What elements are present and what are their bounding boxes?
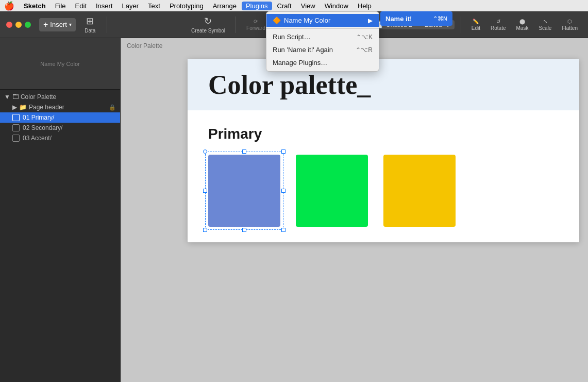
forward-label: Forward xyxy=(246,25,265,31)
rotate-label: Rotate xyxy=(491,25,506,31)
mask-label: Mask xyxy=(516,25,529,31)
handle-ml[interactable] xyxy=(203,189,207,193)
menu-prototyping[interactable]: Prototyping xyxy=(165,2,208,10)
artboard: Color palette_ Primary xyxy=(188,59,579,242)
layer-item-primary[interactable]: 01 Primary/ xyxy=(0,112,120,123)
layer-item-accent[interactable]: 03 Accent/ xyxy=(0,133,120,143)
menu-layer[interactable]: Layer xyxy=(118,2,143,10)
submenu-arrow-icon: ▶ xyxy=(368,17,373,24)
menu-item-run-script[interactable]: Run Script… ⌃⌥K xyxy=(266,30,379,43)
menu-view[interactable]: View xyxy=(297,2,320,10)
toolbar-divider-3 xyxy=(461,16,461,33)
handle-tm[interactable] xyxy=(242,150,246,154)
data-icon: ⊞ xyxy=(86,15,94,27)
mask-button[interactable]: ⬤ Mask xyxy=(512,16,533,33)
edit-button[interactable]: ✏️ Edit xyxy=(467,16,484,33)
layer-tree-root[interactable]: ▼ 🗔 Color Palette xyxy=(0,92,120,102)
rotate-button[interactable]: ↺ Rotate xyxy=(486,16,510,33)
chevron-down-icon: ▾ xyxy=(69,22,72,27)
swatch-wrapper-yellow[interactable] xyxy=(383,155,456,227)
symbol-icon: ↻ xyxy=(204,15,212,27)
toolbar-divider-2 xyxy=(236,16,236,33)
name-it-button[interactable]: Name it! ⌃⌘N xyxy=(380,11,452,26)
menu-sketch[interactable]: Sketch xyxy=(20,2,50,10)
create-symbol-button[interactable]: ↻ Create Symbol xyxy=(187,13,229,36)
swatch-wrapper-green[interactable] xyxy=(296,155,368,227)
edit-label: Edit xyxy=(472,25,480,31)
lock-icon: 🔒 xyxy=(109,104,116,111)
close-button[interactable] xyxy=(6,22,12,28)
layer-item-secondary-label: 02 Secondary/ xyxy=(23,124,62,131)
collapse-icon: ▼ xyxy=(4,93,10,101)
insert-label: Insert xyxy=(50,21,67,28)
layer-item-accent-label: 03 Accent/ xyxy=(23,135,52,142)
menu-item-name-my-color-label: Name My Color xyxy=(284,16,330,24)
create-symbol-label: Create Symbol xyxy=(191,28,225,34)
minimize-button[interactable] xyxy=(15,22,22,28)
menu-text[interactable]: Text xyxy=(144,2,164,10)
manage-plugins-label: Manage Plugins… xyxy=(273,59,327,67)
swatch-wrapper-blue[interactable] xyxy=(208,155,280,227)
canvas-icon: 🗔 xyxy=(12,93,19,101)
main-layout: Name My Color ▼ 🗔 Color Palette ▶ 📁 Page… xyxy=(0,38,588,382)
menu-window[interactable]: Window xyxy=(321,2,352,10)
data-button[interactable]: ⊞ Data xyxy=(80,13,100,36)
apple-menu-icon[interactable]: 🍎 xyxy=(4,1,14,11)
handle-br[interactable] xyxy=(281,228,285,232)
scale-button[interactable]: ⤡ Scale xyxy=(534,16,556,33)
maximize-button[interactable] xyxy=(25,22,31,28)
menu-edit[interactable]: Edit xyxy=(71,2,91,10)
insert-button[interactable]: + Insert ▾ xyxy=(39,18,76,31)
frame-icon xyxy=(12,114,20,121)
menu-arrange[interactable]: Arrange xyxy=(209,2,241,10)
layer-item-secondary[interactable]: 02 Secondary/ xyxy=(0,123,120,133)
edit-icon: ✏️ xyxy=(473,19,479,24)
menu-bar: 🍎 Sketch File Edit Insert Layer Text Pro… xyxy=(0,0,588,11)
flatten-button[interactable]: ⬡ Flatten xyxy=(558,16,582,33)
menu-plugins[interactable]: Plugins xyxy=(242,2,272,10)
plugins-dropdown-menu: 🔶 Name My Color ▶ Run Script… ⌃⌥K Run 'N… xyxy=(266,11,379,72)
plus-icon: + xyxy=(43,20,48,29)
menu-file[interactable]: File xyxy=(51,2,70,10)
expand-icon: ▶ xyxy=(12,104,17,111)
canvas[interactable]: Color Palette Color palette_ Primary xyxy=(121,38,588,382)
menu-help[interactable]: Help xyxy=(354,2,376,10)
artboard-header: Color palette_ xyxy=(188,59,579,110)
toolbar-right-actions: ✏️ Edit ↺ Rotate ⬤ Mask ⤡ Scale ⬡ Flatte… xyxy=(467,16,582,33)
run-script-shortcut: ⌃⌥K xyxy=(356,34,373,41)
menu-item-name-my-color[interactable]: 🔶 Name My Color ▶ xyxy=(266,14,379,27)
handle-mr[interactable] xyxy=(281,189,285,193)
layer-group-page-header[interactable]: ▶ 📁 Page header 🔒 xyxy=(0,102,120,112)
mask-icon: ⬤ xyxy=(519,19,525,24)
swatch-yellow xyxy=(383,155,456,227)
rotate-icon: ↺ xyxy=(496,19,500,24)
name-my-color-icon: 🔶 xyxy=(273,16,281,24)
layer-tree-root-label: Color Palette xyxy=(21,93,56,101)
forward-button[interactable]: ⟳ Forward xyxy=(242,16,270,33)
menu-craft[interactable]: Craft xyxy=(273,2,296,10)
section-title: Primary xyxy=(208,126,559,142)
forward-icon: ⟳ xyxy=(254,19,258,24)
run-again-shortcut: ⌃⌥R xyxy=(356,46,373,54)
flatten-label: Flatten xyxy=(562,25,578,31)
menu-item-run-again[interactable]: Run 'Name it!' Again ⌃⌥R xyxy=(266,43,379,56)
menu-insert[interactable]: Insert xyxy=(92,2,117,10)
handle-tr[interactable] xyxy=(281,150,285,154)
layer-item-primary-label: 01 Primary/ xyxy=(23,114,54,121)
traffic-lights xyxy=(6,22,31,28)
name-it-shortcut: ⌃⌘N xyxy=(433,15,447,22)
sidebar: Name My Color ▼ 🗔 Color Palette ▶ 📁 Page… xyxy=(0,38,121,382)
layer-group-label: Page header xyxy=(29,104,64,111)
flatten-icon: ⬡ xyxy=(567,19,572,24)
handle-tl[interactable] xyxy=(203,150,207,154)
handle-bl[interactable] xyxy=(203,228,207,232)
sidebar-thumbnail: Name My Color xyxy=(0,38,120,90)
menu-separator-1 xyxy=(266,28,379,29)
frame-icon-secondary xyxy=(12,124,20,131)
run-again-label: Run 'Name it!' Again xyxy=(273,46,333,54)
page-label: Color Palette xyxy=(127,42,162,49)
group-folder-icon: 📁 xyxy=(19,104,27,111)
scale-icon: ⤡ xyxy=(543,19,547,24)
handle-bm[interactable] xyxy=(242,228,246,232)
menu-item-manage-plugins[interactable]: Manage Plugins… xyxy=(266,56,379,69)
